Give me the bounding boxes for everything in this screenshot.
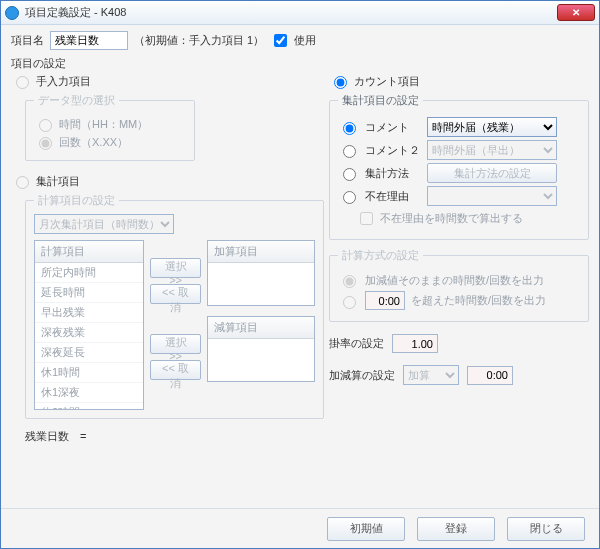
- plusminus-value[interactable]: [467, 366, 513, 385]
- calc-fieldset: 計算項目の設定 月次集計項目（時間数） 計算項目 所定内時間延長時間早出残業深夜…: [25, 193, 324, 419]
- item-name-label: 項目名: [11, 33, 44, 48]
- absent-radio[interactable]: [343, 191, 356, 204]
- comment1-radio[interactable]: [343, 122, 356, 135]
- comment2-label: コメント２: [365, 143, 421, 158]
- datatype-legend: データ型の選択: [34, 93, 119, 108]
- comment1-select[interactable]: 時間外届（残業）: [427, 117, 557, 137]
- count-fieldset: 集計項目の設定 コメント 時間外届（残業） コメント２ 時間外届（早出） 集計方…: [329, 93, 589, 240]
- method2-radio: [343, 296, 356, 309]
- register-button[interactable]: 登録: [417, 517, 495, 541]
- time-radio-label: 時間（HH：MM）: [59, 117, 148, 132]
- method2-suffix: を超えた時間数/回数を出力: [411, 293, 546, 308]
- list-item[interactable]: 休1深夜: [35, 383, 143, 403]
- count-radio: [39, 137, 52, 150]
- rate-input[interactable]: [392, 334, 438, 353]
- method-label: 集計方法: [365, 166, 421, 181]
- calc-legend: 計算項目の設定: [34, 193, 119, 208]
- aggregate-radio-label: 集計項目: [36, 174, 80, 189]
- window-title: 項目定義設定 - K408: [25, 5, 557, 20]
- item-name-input[interactable]: [50, 31, 128, 50]
- calc-method-fieldset: 計算方式の設定 加減値そのままの時間数/回数を出力 を超えた時間数/回数を出力: [329, 248, 589, 322]
- absent-as-hours-checkbox[interactable]: 不在理由を時間数で算出する: [356, 209, 523, 228]
- app-icon: [5, 6, 19, 20]
- subtraction-header: 減算項目: [208, 317, 314, 339]
- window: 項目定義設定 - K408 ✕ 項目名 （初期値：手入力項目 1） 使用 項目の…: [0, 0, 600, 549]
- rate-label: 掛率の設定: [329, 336, 384, 351]
- absent-select[interactable]: [427, 186, 557, 206]
- method1-radio: [343, 275, 356, 288]
- comment2-select[interactable]: 時間外届（早出）: [427, 140, 557, 160]
- footer: 初期値 登録 閉じる: [1, 508, 599, 548]
- count-item-radio-label: カウント項目: [354, 74, 420, 89]
- calc-list-header: 計算項目: [35, 241, 143, 263]
- titlebar: 項目定義設定 - K408 ✕: [1, 1, 599, 25]
- defaults-button[interactable]: 初期値: [327, 517, 405, 541]
- sub-select-button[interactable]: 選択 >>: [150, 334, 201, 354]
- addition-header: 加算項目: [208, 241, 314, 263]
- dialog-body: 項目名 （初期値：手入力項目 1） 使用 項目の設定 手入力項目 データ型の選択…: [1, 25, 599, 508]
- time-radio: [39, 119, 52, 132]
- list-item[interactable]: 深夜延長: [35, 343, 143, 363]
- list-item[interactable]: 休2時間: [35, 403, 143, 410]
- plusminus-label: 加減算の設定: [329, 368, 395, 383]
- equation-text: 残業日数 =: [25, 429, 321, 444]
- datatype-fieldset: データ型の選択 時間（HH：MM） 回数（X.XX）: [25, 93, 195, 161]
- list-item[interactable]: 休1時間: [35, 363, 143, 383]
- count-legend: 集計項目の設定: [338, 93, 423, 108]
- count-item-radio[interactable]: [334, 76, 347, 89]
- close-icon[interactable]: ✕: [557, 4, 595, 21]
- method-radio[interactable]: [343, 168, 356, 181]
- absent-as-hours-input[interactable]: [360, 212, 373, 225]
- method2-value: [365, 291, 405, 310]
- subtraction-list[interactable]: 減算項目: [207, 316, 315, 382]
- calc-method-legend: 計算方式の設定: [338, 248, 423, 263]
- manual-radio[interactable]: [16, 76, 29, 89]
- addition-list[interactable]: 加算項目: [207, 240, 315, 306]
- calc-type-select[interactable]: 月次集計項目（時間数）: [34, 214, 174, 234]
- absent-label: 不在理由: [365, 189, 421, 204]
- manual-radio-label: 手入力項目: [36, 74, 91, 89]
- list-item[interactable]: 所定内時間: [35, 263, 143, 283]
- aggregate-radio[interactable]: [16, 176, 29, 189]
- add-select-button[interactable]: 選択 >>: [150, 258, 201, 278]
- count-radio-label: 回数（X.XX）: [59, 135, 128, 150]
- plusminus-select[interactable]: 加算: [403, 365, 459, 385]
- sub-cancel-button[interactable]: << 取消: [150, 360, 201, 380]
- absent-as-hours-label: 不在理由を時間数で算出する: [380, 211, 523, 226]
- use-checkbox-label: 使用: [294, 33, 316, 48]
- default-note: （初期値：手入力項目 1）: [134, 33, 264, 48]
- method-settings-button[interactable]: 集計方法の設定: [427, 163, 557, 183]
- list-item[interactable]: 早出残業: [35, 303, 143, 323]
- list-item[interactable]: 延長時間: [35, 283, 143, 303]
- comment1-label: コメント: [365, 120, 421, 135]
- use-checkbox-input[interactable]: [274, 34, 287, 47]
- close-button[interactable]: 閉じる: [507, 517, 585, 541]
- list-item[interactable]: 深夜残業: [35, 323, 143, 343]
- add-cancel-button[interactable]: << 取消: [150, 284, 201, 304]
- comment2-radio[interactable]: [343, 145, 356, 158]
- calc-item-list[interactable]: 計算項目 所定内時間延長時間早出残業深夜残業深夜延長休1時間休1深夜休2時間休2…: [34, 240, 144, 410]
- use-checkbox[interactable]: 使用: [270, 31, 316, 50]
- settings-label: 項目の設定: [11, 56, 589, 71]
- method1-label: 加減値そのままの時間数/回数を出力: [365, 273, 544, 288]
